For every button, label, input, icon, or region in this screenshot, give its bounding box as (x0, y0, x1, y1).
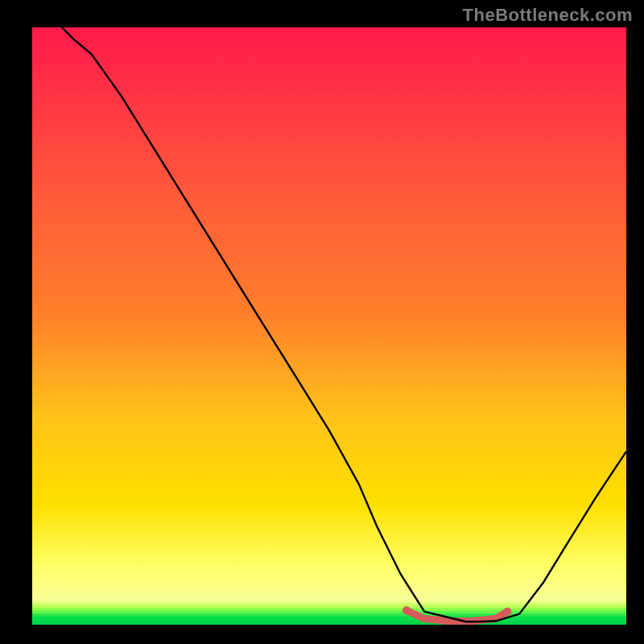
svg-rect-4 (32, 611, 626, 614)
chart-frame (32, 27, 626, 625)
svg-rect-0 (32, 600, 626, 603)
svg-rect-2 (32, 605, 626, 609)
svg-rect-5 (32, 613, 626, 617)
watermark-text: TheBottleneck.com (463, 5, 633, 26)
svg-rect-8 (32, 622, 626, 625)
svg-rect-1 (32, 602, 626, 605)
svg-rect-7 (32, 619, 626, 622)
gradient-background (32, 27, 626, 625)
chart-svg (32, 27, 626, 625)
highlight-endpoint (503, 608, 511, 616)
svg-rect-3 (32, 608, 626, 611)
svg-rect-6 (32, 617, 626, 620)
highlight-endpoint (402, 606, 411, 614)
chart-area (32, 27, 626, 625)
green-band (32, 600, 626, 625)
